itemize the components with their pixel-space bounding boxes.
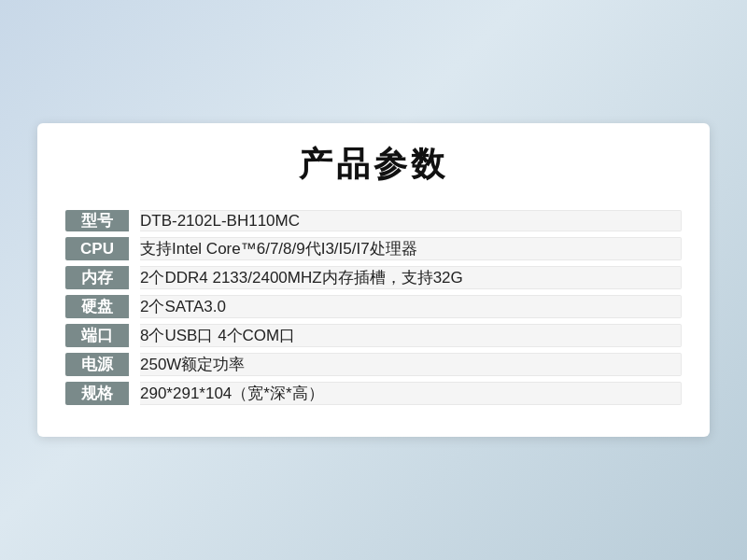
- spacer: [129, 295, 140, 318]
- spec-label: 内存: [65, 266, 129, 289]
- table-row: 内存2个DDR4 2133/2400MHZ内存插槽，支持32G: [65, 266, 682, 289]
- spec-label: 端口: [65, 324, 129, 347]
- spacer: [129, 210, 140, 231]
- spacer: [129, 324, 140, 347]
- spec-value: DTB-2102L-BH110MC: [140, 210, 682, 231]
- spec-label: 规格: [65, 382, 129, 405]
- spacer: [129, 237, 140, 260]
- spec-value: 支持Intel Core™6/7/8/9代I3/I5/I7处理器: [140, 237, 682, 260]
- spacer: [129, 266, 140, 289]
- table-row: 电源250W额定功率: [65, 353, 682, 376]
- product-specs-card: 产品参数 型号DTB-2102L-BH110MCCPU支持Intel Core™…: [37, 123, 710, 437]
- spec-value: 2个SATA3.0: [140, 295, 682, 318]
- spec-value: 8个USB口 4个COM口: [140, 324, 682, 347]
- spec-table: 型号DTB-2102L-BH110MCCPU支持Intel Core™6/7/8…: [65, 204, 682, 411]
- table-row: 硬盘2个SATA3.0: [65, 295, 682, 318]
- spec-label: 硬盘: [65, 295, 129, 318]
- spec-label: 型号: [65, 210, 129, 231]
- page-title: 产品参数: [65, 142, 682, 188]
- table-row: CPU支持Intel Core™6/7/8/9代I3/I5/I7处理器: [65, 237, 682, 260]
- table-row: 型号DTB-2102L-BH110MC: [65, 210, 682, 231]
- spec-value: 250W额定功率: [140, 353, 682, 376]
- table-row: 端口8个USB口 4个COM口: [65, 324, 682, 347]
- table-row: 规格290*291*104（宽*深*高）: [65, 382, 682, 405]
- spec-value: 290*291*104（宽*深*高）: [140, 382, 682, 405]
- spacer: [129, 353, 140, 376]
- spec-label: 电源: [65, 353, 129, 376]
- spec-value: 2个DDR4 2133/2400MHZ内存插槽，支持32G: [140, 266, 682, 289]
- spec-label: CPU: [65, 237, 129, 260]
- spacer: [129, 382, 140, 405]
